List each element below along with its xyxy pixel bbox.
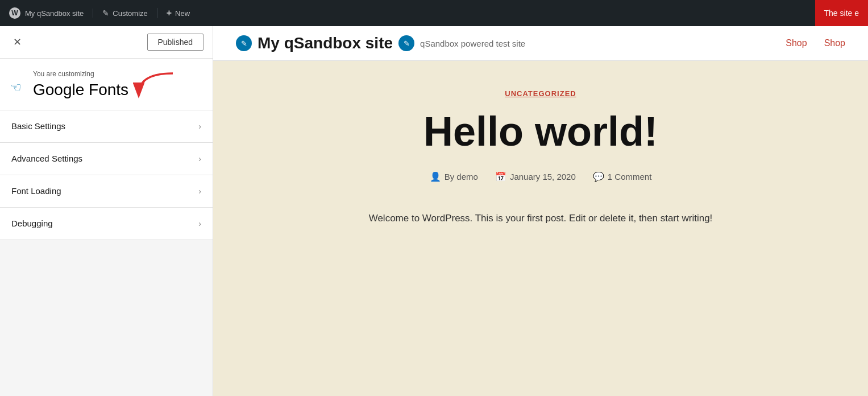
sidebar-menu: Basic Settings › Advanced Settings › Fon… (0, 110, 213, 396)
red-arrow-icon (133, 69, 178, 103)
admin-bar-customize-link[interactable]: ✎ Customize (93, 9, 156, 18)
customizer-sidebar: ✕ Published You are customizing Google F… (0, 26, 213, 396)
the-site-badge: The site e (815, 0, 868, 26)
menu-item-advanced-settings[interactable]: Advanced Settings › (0, 143, 213, 175)
preview-area: ✎ My qSandbox site ✎ qSandbox powered te… (213, 26, 868, 396)
main-layout: ✕ Published You are customizing Google F… (0, 26, 868, 396)
edit-site-title-button[interactable]: ✎ (236, 35, 252, 51)
post-date-meta: 📅 January 15, 2020 (495, 171, 576, 182)
pencil-icon: ✎ (102, 9, 109, 18)
site-tagline: qSandbox powered test site (420, 39, 525, 48)
post-meta: 👤 By demo 📅 January 15, 2020 💬 1 Comment (430, 171, 652, 182)
customize-label: Customize (113, 9, 147, 18)
post-excerpt: Welcome to WordPress. This is your first… (369, 211, 713, 227)
post-comments: 1 Comment (608, 172, 652, 182)
nav-item-shop-2[interactable]: Shop (824, 38, 845, 48)
arrow-indicator (133, 69, 178, 105)
new-label: New (175, 9, 190, 18)
site-name-label: My qSandbox site (25, 9, 84, 18)
chevron-right-icon: › (198, 187, 201, 196)
post-date: January 15, 2020 (510, 172, 576, 182)
menu-item-debugging[interactable]: Debugging › (0, 208, 213, 240)
font-loading-label: Font Loading (11, 186, 61, 196)
post-comments-meta: 💬 1 Comment (593, 171, 652, 182)
nav-item-shop-1[interactable]: Shop (786, 38, 807, 48)
calendar-icon: 📅 (495, 171, 506, 182)
admin-bar: W My qSandbox site ✎ Customize + New The… (0, 0, 868, 26)
site-title: My qSandbox site (258, 35, 393, 51)
comment-icon: 💬 (593, 171, 604, 182)
site-header: ✎ My qSandbox site ✎ qSandbox powered te… (213, 26, 868, 61)
sidebar-context: You are customizing Google Fonts (0, 59, 213, 110)
cursor-icon: ☜ (10, 80, 22, 95)
site-title-area: ✎ My qSandbox site ✎ qSandbox powered te… (236, 35, 525, 51)
plus-icon: + (167, 8, 172, 18)
close-button[interactable]: ✕ (9, 34, 25, 50)
admin-bar-new-link[interactable]: + New (157, 8, 199, 18)
the-site-text: The site e (824, 9, 859, 18)
site-content: UNCATEGORIZED Hello world! 👤 By demo 📅 J… (213, 61, 868, 396)
post-category: UNCATEGORIZED (505, 89, 576, 98)
chevron-right-icon: › (198, 219, 201, 228)
edit-site-tagline-button[interactable]: ✎ (398, 35, 414, 51)
debugging-label: Debugging (11, 218, 53, 228)
chevron-right-icon: › (198, 122, 201, 131)
post-author: By demo (445, 172, 478, 182)
chevron-right-icon: › (198, 154, 201, 163)
menu-item-basic-settings[interactable]: Basic Settings › (0, 110, 213, 143)
menu-item-font-loading[interactable]: Font Loading › (0, 175, 213, 208)
post-title: Hello world! (423, 109, 658, 154)
published-button[interactable]: Published (147, 34, 204, 51)
sidebar-header: ✕ Published (0, 26, 213, 59)
post-author-meta: 👤 By demo (430, 171, 478, 182)
advanced-settings-label: Advanced Settings (11, 154, 82, 163)
site-navigation: Shop Shop (786, 38, 845, 48)
wordpress-logo-icon: W (9, 7, 20, 19)
person-icon: 👤 (430, 171, 441, 182)
admin-bar-site-link[interactable]: W My qSandbox site (0, 7, 93, 19)
admin-bar-left: W My qSandbox site ✎ Customize + New (0, 7, 199, 19)
basic-settings-label: Basic Settings (11, 121, 65, 131)
